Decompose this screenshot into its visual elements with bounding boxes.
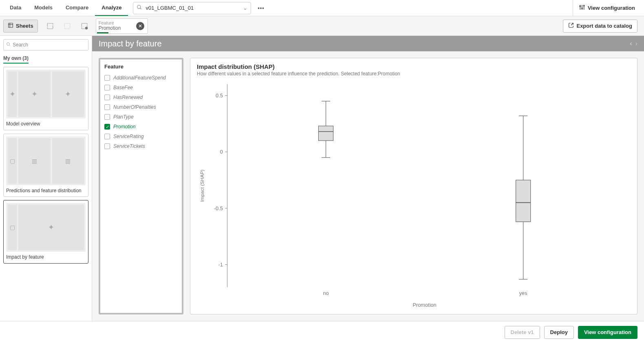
puzzle-icon: ✦ — [65, 90, 71, 99]
view-configuration-top-button[interactable]: View configuration — [573, 0, 641, 16]
sheet-card-model-overview[interactable]: ✦ ✦ ✦ Model overview — [3, 67, 88, 130]
svg-text:no: no — [323, 290, 329, 296]
doc-icon: ▢ — [10, 158, 15, 164]
svg-rect-32 — [318, 126, 333, 141]
svg-text:Promotion: Promotion — [413, 301, 437, 308]
feature-item-label: ServiceTickets — [113, 143, 145, 149]
svg-text:0.5: 0.5 — [216, 92, 223, 99]
filter-chip-clear-icon[interactable]: ✕ — [136, 22, 144, 30]
export-data-label: Export data to catalog — [576, 23, 632, 29]
sheets-sidebar: Search My own (3) ✦ ✦ ✦ Model overview ▢… — [0, 36, 92, 321]
selection-back-button[interactable] — [44, 20, 57, 33]
view-configuration-button[interactable]: View configuration — [578, 326, 637, 339]
checkbox-icon — [104, 134, 110, 139]
svg-point-14 — [85, 26, 88, 29]
svg-text:yes: yes — [519, 290, 527, 296]
feature-item-label: NumberOfPenalties — [113, 104, 156, 110]
page-title: Impact by feature — [99, 39, 162, 48]
svg-line-1 — [140, 8, 141, 9]
sheet-card-predictions[interactable]: ▢ ▥ ▥ Predictions and feature distributi… — [3, 134, 88, 197]
svg-point-0 — [137, 5, 141, 9]
svg-rect-39 — [516, 180, 531, 222]
prev-sheet-button[interactable]: ‹ — [630, 40, 632, 47]
active-filter-chip[interactable]: Feature Promotion ✕ — [96, 18, 148, 34]
search-icon — [6, 42, 11, 48]
svg-rect-8 — [9, 23, 13, 28]
checkbox-icon — [104, 143, 110, 149]
doc-icon: ▢ — [10, 224, 15, 231]
sheet-label: Predictions and feature distribution — [6, 188, 86, 194]
tab-compare[interactable]: Compare — [59, 0, 95, 16]
feature-item-servicetickets[interactable]: ServiceTickets — [104, 141, 178, 151]
sheets-label: Sheets — [16, 23, 33, 29]
sheets-button[interactable]: Sheets — [3, 20, 38, 33]
puzzle-icon: ✦ — [31, 90, 37, 99]
sheets-icon — [8, 22, 13, 29]
checkbox-icon: ✓ — [104, 124, 110, 130]
svg-rect-12 — [64, 23, 70, 29]
delete-version-button: Delete v1 — [505, 326, 540, 339]
feature-item-servicerating[interactable]: ServiceRating — [104, 132, 178, 141]
shap-boxplot[interactable]: -1-0.500.5Impact (SHAP)Promotionnoyes — [197, 80, 631, 309]
svg-text:0: 0 — [220, 149, 223, 155]
feature-item-numberofpenalties[interactable]: NumberOfPenalties — [104, 102, 178, 112]
chart-subtitle: How different values in a selected featu… — [197, 71, 631, 77]
selection-forward-button — [61, 20, 74, 33]
sheets-group-title: My own (3) — [3, 54, 88, 64]
sheet-label: Model overview — [6, 121, 86, 128]
search-placeholder: Search — [13, 42, 28, 48]
feature-item-basefee[interactable]: BaseFee — [104, 83, 178, 92]
feature-item-promotion[interactable]: ✓Promotion — [104, 122, 178, 132]
feature-item-label: BaseFee — [113, 85, 133, 90]
sliders-icon — [579, 4, 585, 12]
svg-line-16 — [9, 45, 11, 46]
svg-point-3 — [580, 6, 581, 7]
feature-item-additionalfeaturespend[interactable]: AdditionalFeatureSpend — [104, 73, 178, 83]
feature-item-hasrenewed[interactable]: HasRenewed — [104, 92, 178, 102]
version-label: v01_LGBMC_01_01 — [146, 5, 243, 11]
page-header: Impact by feature ‹ › — [92, 36, 644, 51]
chevron-down-icon: ⌄ — [243, 5, 247, 11]
svg-point-7 — [583, 5, 584, 7]
feature-item-plantype[interactable]: PlanType — [104, 112, 178, 122]
feature-item-label: PlanType — [113, 114, 134, 120]
version-selector[interactable]: v01_LGBMC_01_01 ⌄ — [133, 2, 251, 14]
tab-analyze[interactable]: Analyze — [95, 0, 128, 16]
chart-title: Impact distribution (SHAP) — [197, 63, 631, 70]
feature-item-label: AdditionalFeatureSpend — [113, 75, 166, 81]
tab-data[interactable]: Data — [3, 0, 28, 16]
svg-point-5 — [582, 8, 583, 9]
view-configuration-top-label: View configuration — [588, 5, 635, 11]
search-icon — [137, 4, 142, 11]
filter-chip-value: Promotion — [99, 25, 121, 31]
checkbox-icon — [104, 104, 110, 110]
svg-text:-1: -1 — [218, 262, 223, 268]
puzzle-icon: ✦ — [9, 90, 15, 99]
svg-rect-11 — [47, 23, 53, 29]
feature-panel-title: Feature — [104, 64, 178, 70]
checkbox-icon — [104, 75, 110, 81]
feature-item-label: HasRenewed — [113, 95, 143, 100]
svg-text:Impact (SHAP): Impact (SHAP) — [199, 169, 205, 202]
svg-point-15 — [7, 42, 10, 45]
feature-selector-panel: Feature AdditionalFeatureSpendBaseFeeHas… — [99, 58, 183, 314]
feature-item-label: ServiceRating — [113, 134, 144, 139]
checkbox-icon — [104, 95, 110, 100]
puzzle-icon: ✦ — [48, 223, 54, 232]
export-icon — [568, 22, 574, 29]
export-data-button[interactable]: Export data to catalog — [563, 20, 637, 33]
main-nav: Data Models Compare Analyze — [3, 0, 128, 16]
more-menu-button[interactable]: ••• — [255, 2, 267, 14]
bar-chart-icon: ▥ — [32, 158, 37, 164]
shap-chart-panel: Impact distribution (SHAP) How different… — [190, 58, 637, 314]
checkbox-icon — [104, 114, 110, 120]
checkbox-icon — [104, 85, 110, 90]
sheets-search-input[interactable]: Search — [3, 39, 88, 51]
deploy-button[interactable]: Deploy — [544, 326, 574, 339]
svg-text:-0.5: -0.5 — [214, 205, 223, 211]
tab-models[interactable]: Models — [28, 0, 59, 16]
sheet-card-impact-by-feature[interactable]: ▢ ✦ Impact by feature — [3, 200, 88, 264]
selection-clear-button[interactable] — [78, 20, 91, 33]
next-sheet-button[interactable]: › — [635, 40, 637, 47]
filter-chip-label: Feature — [99, 21, 121, 25]
